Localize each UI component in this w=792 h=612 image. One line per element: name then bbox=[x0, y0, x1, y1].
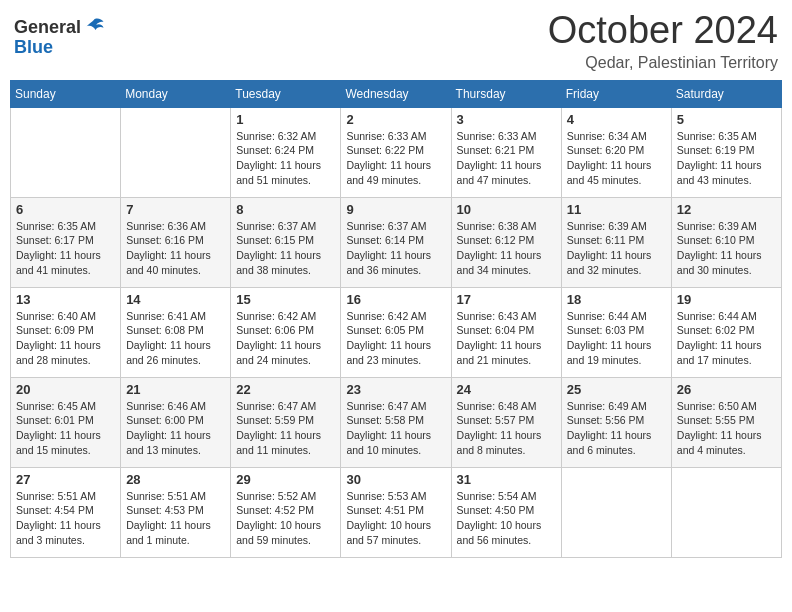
calendar-cell bbox=[11, 107, 121, 197]
day-number: 8 bbox=[236, 202, 335, 217]
day-info: Sunrise: 6:42 AMSunset: 6:05 PMDaylight:… bbox=[346, 309, 445, 368]
calendar-cell: 30Sunrise: 5:53 AMSunset: 4:51 PMDayligh… bbox=[341, 467, 451, 557]
day-number: 28 bbox=[126, 472, 225, 487]
calendar-cell: 2Sunrise: 6:33 AMSunset: 6:22 PMDaylight… bbox=[341, 107, 451, 197]
day-info: Sunrise: 6:44 AMSunset: 6:02 PMDaylight:… bbox=[677, 309, 776, 368]
calendar-cell: 19Sunrise: 6:44 AMSunset: 6:02 PMDayligh… bbox=[671, 287, 781, 377]
calendar-cell: 22Sunrise: 6:47 AMSunset: 5:59 PMDayligh… bbox=[231, 377, 341, 467]
weekday-header-thursday: Thursday bbox=[451, 80, 561, 107]
day-info: Sunrise: 6:36 AMSunset: 6:16 PMDaylight:… bbox=[126, 219, 225, 278]
day-info: Sunrise: 6:50 AMSunset: 5:55 PMDaylight:… bbox=[677, 399, 776, 458]
day-info: Sunrise: 6:37 AMSunset: 6:14 PMDaylight:… bbox=[346, 219, 445, 278]
day-number: 29 bbox=[236, 472, 335, 487]
calendar-cell: 20Sunrise: 6:45 AMSunset: 6:01 PMDayligh… bbox=[11, 377, 121, 467]
day-number: 22 bbox=[236, 382, 335, 397]
calendar-cell: 18Sunrise: 6:44 AMSunset: 6:03 PMDayligh… bbox=[561, 287, 671, 377]
day-number: 1 bbox=[236, 112, 335, 127]
day-number: 23 bbox=[346, 382, 445, 397]
day-number: 2 bbox=[346, 112, 445, 127]
calendar-cell bbox=[121, 107, 231, 197]
day-info: Sunrise: 6:34 AMSunset: 6:20 PMDaylight:… bbox=[567, 129, 666, 188]
day-info: Sunrise: 5:51 AMSunset: 4:53 PMDaylight:… bbox=[126, 489, 225, 548]
day-number: 14 bbox=[126, 292, 225, 307]
calendar-cell: 13Sunrise: 6:40 AMSunset: 6:09 PMDayligh… bbox=[11, 287, 121, 377]
day-info: Sunrise: 6:35 AMSunset: 6:17 PMDaylight:… bbox=[16, 219, 115, 278]
calendar-cell: 11Sunrise: 6:39 AMSunset: 6:11 PMDayligh… bbox=[561, 197, 671, 287]
day-info: Sunrise: 6:32 AMSunset: 6:24 PMDaylight:… bbox=[236, 129, 335, 188]
calendar-cell: 17Sunrise: 6:43 AMSunset: 6:04 PMDayligh… bbox=[451, 287, 561, 377]
day-info: Sunrise: 6:33 AMSunset: 6:22 PMDaylight:… bbox=[346, 129, 445, 188]
day-number: 6 bbox=[16, 202, 115, 217]
location-title: Qedar, Palestinian Territory bbox=[548, 54, 778, 72]
calendar-week-row: 1Sunrise: 6:32 AMSunset: 6:24 PMDaylight… bbox=[11, 107, 782, 197]
day-number: 25 bbox=[567, 382, 666, 397]
calendar-cell: 1Sunrise: 6:32 AMSunset: 6:24 PMDaylight… bbox=[231, 107, 341, 197]
day-number: 26 bbox=[677, 382, 776, 397]
calendar-cell: 8Sunrise: 6:37 AMSunset: 6:15 PMDaylight… bbox=[231, 197, 341, 287]
day-number: 21 bbox=[126, 382, 225, 397]
day-info: Sunrise: 5:52 AMSunset: 4:52 PMDaylight:… bbox=[236, 489, 335, 548]
calendar-week-row: 27Sunrise: 5:51 AMSunset: 4:54 PMDayligh… bbox=[11, 467, 782, 557]
calendar-cell: 25Sunrise: 6:49 AMSunset: 5:56 PMDayligh… bbox=[561, 377, 671, 467]
page-header: General Blue October 2024 Qedar, Palesti… bbox=[10, 10, 782, 72]
day-number: 20 bbox=[16, 382, 115, 397]
weekday-header-friday: Friday bbox=[561, 80, 671, 107]
weekday-header-wednesday: Wednesday bbox=[341, 80, 451, 107]
logo: General Blue bbox=[14, 16, 105, 57]
day-info: Sunrise: 6:47 AMSunset: 5:59 PMDaylight:… bbox=[236, 399, 335, 458]
weekday-header-tuesday: Tuesday bbox=[231, 80, 341, 107]
calendar-cell: 27Sunrise: 5:51 AMSunset: 4:54 PMDayligh… bbox=[11, 467, 121, 557]
day-number: 31 bbox=[457, 472, 556, 487]
calendar-week-row: 20Sunrise: 6:45 AMSunset: 6:01 PMDayligh… bbox=[11, 377, 782, 467]
day-number: 19 bbox=[677, 292, 776, 307]
day-number: 27 bbox=[16, 472, 115, 487]
calendar-cell: 5Sunrise: 6:35 AMSunset: 6:19 PMDaylight… bbox=[671, 107, 781, 197]
calendar-header-row: SundayMondayTuesdayWednesdayThursdayFrid… bbox=[11, 80, 782, 107]
day-number: 15 bbox=[236, 292, 335, 307]
day-number: 17 bbox=[457, 292, 556, 307]
weekday-header-monday: Monday bbox=[121, 80, 231, 107]
day-number: 16 bbox=[346, 292, 445, 307]
month-title: October 2024 bbox=[548, 10, 778, 52]
day-number: 7 bbox=[126, 202, 225, 217]
calendar-cell: 14Sunrise: 6:41 AMSunset: 6:08 PMDayligh… bbox=[121, 287, 231, 377]
day-number: 4 bbox=[567, 112, 666, 127]
day-number: 5 bbox=[677, 112, 776, 127]
day-number: 11 bbox=[567, 202, 666, 217]
calendar-cell: 6Sunrise: 6:35 AMSunset: 6:17 PMDaylight… bbox=[11, 197, 121, 287]
calendar-week-row: 6Sunrise: 6:35 AMSunset: 6:17 PMDaylight… bbox=[11, 197, 782, 287]
weekday-header-saturday: Saturday bbox=[671, 80, 781, 107]
day-info: Sunrise: 5:53 AMSunset: 4:51 PMDaylight:… bbox=[346, 489, 445, 548]
day-info: Sunrise: 6:38 AMSunset: 6:12 PMDaylight:… bbox=[457, 219, 556, 278]
day-info: Sunrise: 5:51 AMSunset: 4:54 PMDaylight:… bbox=[16, 489, 115, 548]
day-number: 30 bbox=[346, 472, 445, 487]
calendar-cell: 31Sunrise: 5:54 AMSunset: 4:50 PMDayligh… bbox=[451, 467, 561, 557]
day-number: 13 bbox=[16, 292, 115, 307]
calendar-cell: 9Sunrise: 6:37 AMSunset: 6:14 PMDaylight… bbox=[341, 197, 451, 287]
calendar-cell: 29Sunrise: 5:52 AMSunset: 4:52 PMDayligh… bbox=[231, 467, 341, 557]
day-info: Sunrise: 6:40 AMSunset: 6:09 PMDaylight:… bbox=[16, 309, 115, 368]
calendar-cell: 7Sunrise: 6:36 AMSunset: 6:16 PMDaylight… bbox=[121, 197, 231, 287]
weekday-header-sunday: Sunday bbox=[11, 80, 121, 107]
day-info: Sunrise: 6:45 AMSunset: 6:01 PMDaylight:… bbox=[16, 399, 115, 458]
calendar-cell: 3Sunrise: 6:33 AMSunset: 6:21 PMDaylight… bbox=[451, 107, 561, 197]
calendar-cell: 26Sunrise: 6:50 AMSunset: 5:55 PMDayligh… bbox=[671, 377, 781, 467]
calendar-cell: 12Sunrise: 6:39 AMSunset: 6:10 PMDayligh… bbox=[671, 197, 781, 287]
day-number: 10 bbox=[457, 202, 556, 217]
day-info: Sunrise: 6:47 AMSunset: 5:58 PMDaylight:… bbox=[346, 399, 445, 458]
calendar-table: SundayMondayTuesdayWednesdayThursdayFrid… bbox=[10, 80, 782, 558]
calendar-cell: 28Sunrise: 5:51 AMSunset: 4:53 PMDayligh… bbox=[121, 467, 231, 557]
calendar-week-row: 13Sunrise: 6:40 AMSunset: 6:09 PMDayligh… bbox=[11, 287, 782, 377]
calendar-cell: 23Sunrise: 6:47 AMSunset: 5:58 PMDayligh… bbox=[341, 377, 451, 467]
calendar-cell bbox=[561, 467, 671, 557]
day-info: Sunrise: 6:39 AMSunset: 6:11 PMDaylight:… bbox=[567, 219, 666, 278]
calendar-cell: 10Sunrise: 6:38 AMSunset: 6:12 PMDayligh… bbox=[451, 197, 561, 287]
day-number: 18 bbox=[567, 292, 666, 307]
day-number: 3 bbox=[457, 112, 556, 127]
day-info: Sunrise: 6:46 AMSunset: 6:00 PMDaylight:… bbox=[126, 399, 225, 458]
logo-bird-icon bbox=[83, 16, 105, 38]
day-info: Sunrise: 6:43 AMSunset: 6:04 PMDaylight:… bbox=[457, 309, 556, 368]
day-number: 9 bbox=[346, 202, 445, 217]
calendar-cell: 21Sunrise: 6:46 AMSunset: 6:00 PMDayligh… bbox=[121, 377, 231, 467]
day-info: Sunrise: 5:54 AMSunset: 4:50 PMDaylight:… bbox=[457, 489, 556, 548]
